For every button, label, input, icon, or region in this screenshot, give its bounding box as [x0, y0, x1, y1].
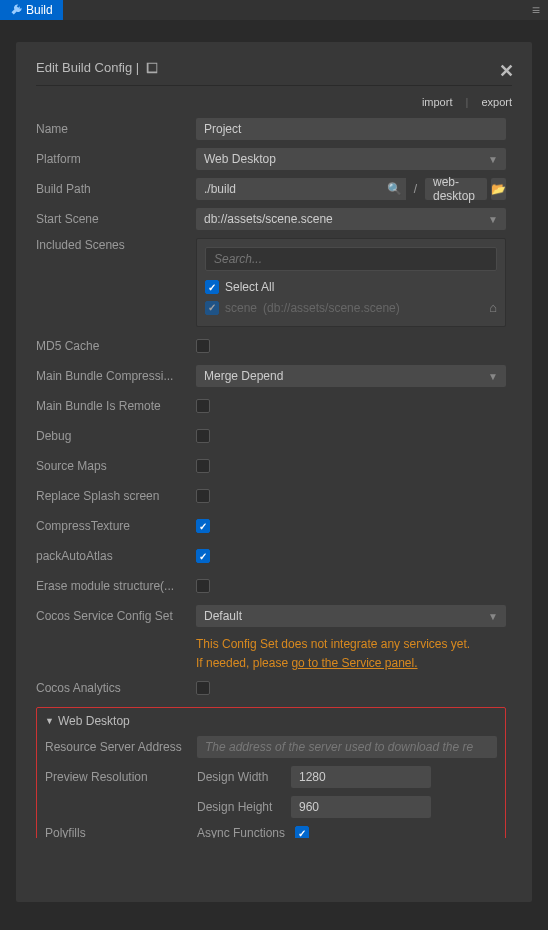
- erase-label: Erase module structure(...: [36, 579, 196, 593]
- included-scenes-label: Included Scenes: [36, 238, 196, 252]
- startscene-select[interactable]: db://assets/scene.scene ▼: [196, 208, 506, 230]
- compresstex-checkbox[interactable]: [196, 519, 210, 533]
- search-path-icon[interactable]: 🔍: [384, 178, 406, 200]
- rsa-input[interactable]: [197, 736, 497, 758]
- wrench-icon: [10, 4, 22, 16]
- srcmaps-label: Source Maps: [36, 459, 196, 473]
- design-width-label: Design Width: [197, 770, 287, 784]
- md5-label: MD5 Cache: [36, 339, 196, 353]
- scene-row[interactable]: scene (db://assets/scene.scene) ⌂: [205, 297, 497, 318]
- cscs-label: Cocos Service Config Set: [36, 609, 196, 623]
- design-width-input[interactable]: [291, 766, 431, 788]
- async-checkbox[interactable]: [295, 826, 309, 838]
- buildpath-label: Build Path: [36, 182, 196, 196]
- scenes-box: Select All scene (db://assets/scene.scen…: [196, 238, 506, 327]
- divider: [36, 85, 512, 86]
- platform-label: Platform: [36, 152, 196, 166]
- mbir-label: Main Bundle Is Remote: [36, 399, 196, 413]
- cscs-select[interactable]: Default ▼: [196, 605, 506, 627]
- platform-select[interactable]: Web Desktop ▼: [196, 148, 506, 170]
- book-icon[interactable]: [145, 61, 159, 75]
- design-height-input[interactable]: [291, 796, 431, 818]
- chevron-down-icon: ▼: [488, 611, 498, 622]
- form-scroll: Name Platform Web Desktop ▼ Build Path 🔍…: [36, 118, 512, 838]
- close-button[interactable]: ✕: [499, 60, 514, 82]
- home-icon[interactable]: ⌂: [489, 300, 497, 315]
- polyfills-label: Polyfills: [45, 826, 197, 838]
- name-label: Name: [36, 122, 196, 136]
- md5-checkbox[interactable]: [196, 339, 210, 353]
- buildpath-suffix[interactable]: web-desktop: [425, 178, 487, 200]
- splash-label: Replace Splash screen: [36, 489, 196, 503]
- mbir-checkbox[interactable]: [196, 399, 210, 413]
- pres-label: Preview Resolution: [45, 770, 197, 784]
- debug-label: Debug: [36, 429, 196, 443]
- top-actions: import | export: [36, 96, 512, 108]
- triangle-down-icon: ▼: [45, 716, 54, 726]
- select-all-row[interactable]: Select All: [205, 277, 497, 297]
- rsa-label: Resource Server Address: [45, 740, 197, 754]
- section-toggle[interactable]: ▼ Web Desktop: [45, 714, 497, 728]
- srcmaps-checkbox[interactable]: [196, 459, 210, 473]
- folder-open-icon[interactable]: 📂: [491, 178, 506, 200]
- analytics-checkbox[interactable]: [196, 681, 210, 695]
- scenes-search-input[interactable]: [205, 247, 497, 271]
- erase-checkbox[interactable]: [196, 579, 210, 593]
- mbc-label: Main Bundle Compressi...: [36, 369, 196, 383]
- select-all-checkbox[interactable]: [205, 280, 219, 294]
- chevron-down-icon: ▼: [488, 214, 498, 225]
- panel-title: Edit Build Config |: [36, 60, 512, 75]
- menu-icon[interactable]: ≡: [524, 2, 548, 18]
- analytics-label: Cocos Analytics: [36, 681, 196, 695]
- mbc-select[interactable]: Merge Depend ▼: [196, 365, 506, 387]
- compresstex-label: CompressTexture: [36, 519, 196, 533]
- autoatlas-checkbox[interactable]: [196, 549, 210, 563]
- name-input[interactable]: [196, 118, 506, 140]
- tab-label: Build: [26, 3, 53, 17]
- debug-checkbox[interactable]: [196, 429, 210, 443]
- design-height-label: Design Height: [197, 800, 287, 814]
- export-button[interactable]: export: [481, 96, 512, 108]
- startscene-label: Start Scene: [36, 212, 196, 226]
- autoatlas-label: packAutoAtlas: [36, 549, 196, 563]
- chevron-down-icon: ▼: [488, 371, 498, 382]
- chevron-down-icon: ▼: [488, 154, 498, 165]
- import-button[interactable]: import: [422, 96, 453, 108]
- web-desktop-section: ▼ Web Desktop Resource Server Address Pr…: [36, 707, 506, 838]
- service-panel-link[interactable]: go to the Service panel.: [291, 656, 417, 670]
- tab-build[interactable]: Build: [0, 0, 63, 20]
- tab-bar: Build ≡: [0, 0, 548, 20]
- scene-checkbox[interactable]: [205, 301, 219, 315]
- build-panel: ✕ Edit Build Config | import | export Na…: [16, 42, 532, 902]
- buildpath-input[interactable]: [196, 178, 384, 200]
- async-label: Async Functions: [197, 826, 285, 838]
- splash-checkbox[interactable]: [196, 489, 210, 503]
- service-warning: This Config Set does not integrate any s…: [196, 635, 506, 673]
